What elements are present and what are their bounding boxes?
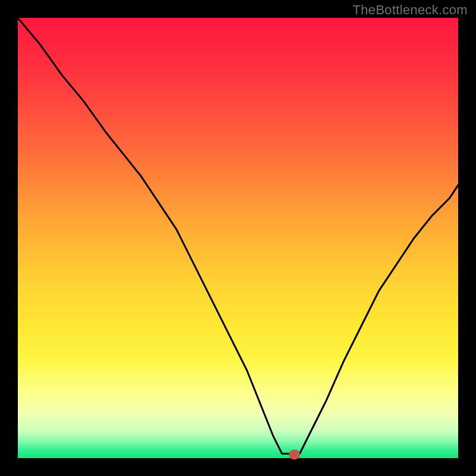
chart-frame: TheBottleneck.com <box>0 0 476 476</box>
bottleneck-chart <box>0 0 476 476</box>
optimal-point-marker <box>289 450 300 459</box>
plot-background <box>18 18 458 458</box>
watermark-text: TheBottleneck.com <box>353 2 468 18</box>
